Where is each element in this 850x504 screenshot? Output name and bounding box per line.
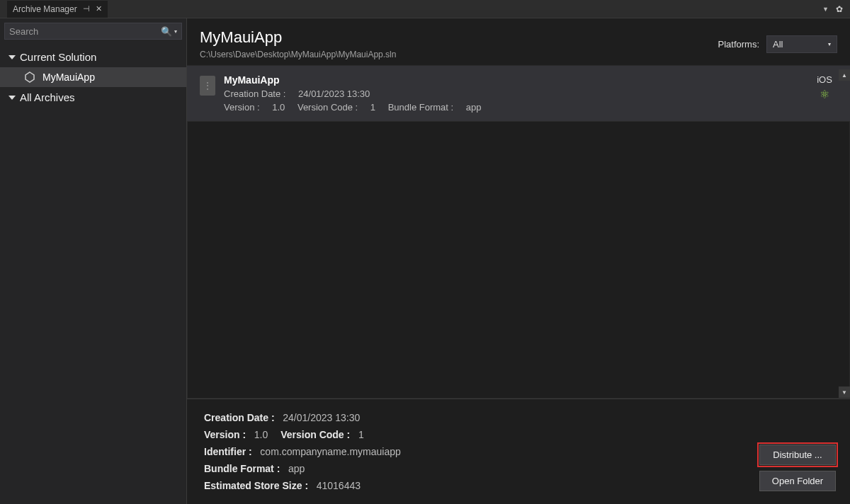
open-folder-button[interactable]: Open Folder [759, 471, 836, 491]
archive-details: Creation Date : 24/01/2023 13:30 Version… [187, 399, 850, 504]
detail-identifier-label: Identifier : [204, 446, 252, 457]
section-label: Current Solution [20, 51, 96, 63]
bundle-format-label: Bundle Format : [388, 102, 454, 113]
detail-version-value: 1.0 [254, 429, 268, 440]
detail-estimated-size-value: 41016443 [317, 480, 361, 491]
sidebar-item-mymauiapp[interactable]: MyMauiApp [0, 67, 186, 87]
platforms-dropdown[interactable]: All ▾ [766, 35, 837, 53]
detail-creation-date-value: 24/01/2023 13:30 [283, 412, 360, 423]
platform-label: iOS [812, 74, 837, 85]
detail-version-code-value: 1 [358, 429, 364, 440]
distribute-button[interactable]: Distribute ... [759, 445, 836, 465]
archive-file-icon [200, 76, 215, 96]
version-code-label: Version Code : [298, 102, 358, 113]
version-code-value: 1 [370, 102, 375, 113]
sidebar-item-label: MyMauiApp [42, 71, 95, 83]
detail-version-label: Version : [204, 429, 246, 440]
platforms-label: Platforms: [718, 39, 759, 50]
window-dropdown-icon[interactable]: ▼ [818, 6, 833, 13]
archive-name: MyMauiApp [224, 74, 803, 86]
page-title: MyMauiApp [200, 28, 718, 47]
search-input[interactable]: 🔍 ▾ [4, 23, 182, 40]
creation-date-value: 24/01/2023 13:30 [298, 88, 370, 99]
sidebar-section-all-archives[interactable]: All Archives [0, 87, 186, 108]
detail-bundle-format-value: app [288, 463, 305, 474]
archive-item[interactable]: MyMauiApp Creation Date : 24/01/2023 13:… [187, 65, 850, 122]
tab-title: Archive Manager [13, 4, 77, 14]
project-icon [24, 71, 35, 83]
creation-date-label: Creation Date : [224, 88, 285, 99]
expander-icon [8, 55, 16, 59]
bundle-format-value: app [466, 102, 482, 113]
scroll-down-button[interactable]: ▼ [839, 386, 850, 398]
version-label: Version : [224, 102, 260, 113]
platforms-selected: All [773, 39, 783, 50]
scroll-up-button[interactable]: ▲ [839, 69, 850, 81]
section-label: All Archives [20, 91, 75, 103]
titlebar: Archive Manager ⊣ ✕ ▼ ✿ [0, 0, 850, 18]
svg-marker-0 [26, 72, 34, 82]
chevron-down-icon: ▾ [828, 41, 831, 47]
pin-icon[interactable]: ⊣ [83, 4, 90, 13]
detail-creation-date-label: Creation Date : [204, 412, 275, 423]
search-icon[interactable]: 🔍 [159, 26, 174, 37]
sidebar-section-current-solution[interactable]: Current Solution [0, 47, 186, 67]
gear-icon[interactable]: ✿ [833, 4, 846, 14]
ios-icon: ⚛ [812, 88, 837, 101]
archive-manager-tab[interactable]: Archive Manager ⊣ ✕ [7, 1, 108, 18]
detail-estimated-size-label: Estimated Store Size : [204, 480, 308, 491]
close-icon[interactable]: ✕ [96, 4, 102, 13]
detail-version-code-label: Version Code : [280, 429, 350, 440]
detail-bundle-format-label: Bundle Format : [204, 463, 280, 474]
archive-list-area: ▲ ▼ [187, 122, 850, 399]
search-field[interactable] [9, 26, 159, 37]
sidebar: 🔍 ▾ Current Solution MyMauiApp All Archi… [0, 18, 187, 504]
solution-path: C:\Users\Dave\Desktop\MyMauiApp\MyMauiAp… [200, 50, 718, 59]
detail-identifier-value: com.companyname.mymauiapp [260, 446, 400, 457]
chevron-down-icon[interactable]: ▾ [174, 28, 177, 35]
expander-icon [8, 96, 16, 100]
version-value: 1.0 [272, 102, 285, 113]
